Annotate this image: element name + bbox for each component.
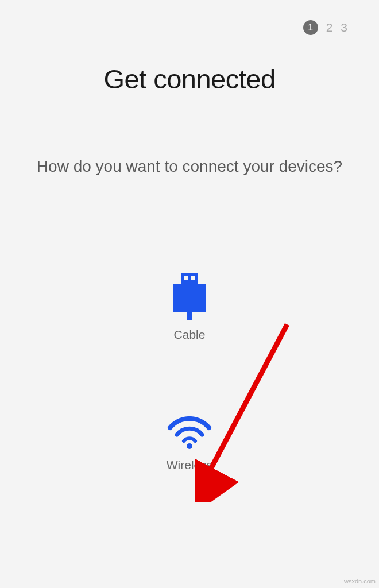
step-2: 2	[326, 21, 333, 34]
connection-options: Cable Wireless	[0, 273, 379, 472]
page-title: Get connected	[0, 63, 379, 95]
step-indicator: 1 2 3	[303, 20, 347, 35]
wifi-icon	[167, 416, 212, 450]
wireless-label: Wireless	[167, 458, 213, 472]
cable-label: Cable	[174, 328, 206, 342]
usb-cable-icon	[172, 273, 207, 319]
step-1: 1	[303, 20, 318, 35]
watermark: wsxdn.com	[344, 578, 376, 585]
svg-point-0	[187, 443, 192, 449]
cable-option[interactable]: Cable	[172, 273, 207, 342]
wireless-option[interactable]: Wireless	[167, 416, 213, 472]
step-3: 3	[341, 21, 347, 34]
page-subtitle: How do you want to connect your devices?	[0, 155, 379, 179]
